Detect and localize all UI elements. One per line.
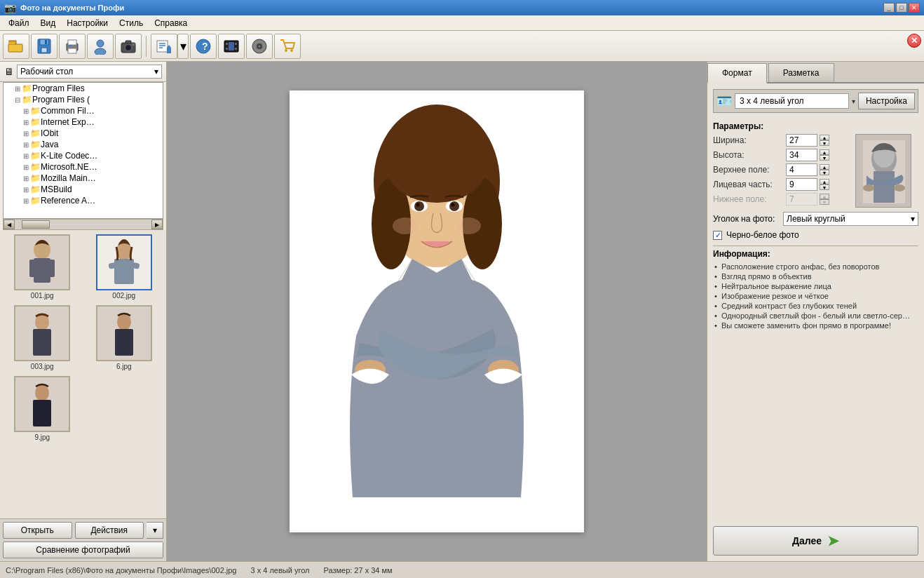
thumbnail-label: 6.jpg: [116, 363, 132, 370]
folder-icon: 📁: [30, 184, 41, 194]
next-label: Далее: [792, 535, 822, 546]
thumbnail-image[interactable]: [14, 376, 70, 432]
tree-item[interactable]: ⊞ 📁 Common Fil…: [4, 105, 163, 116]
menu-settings[interactable]: Настройки: [61, 17, 114, 29]
thumbnail-item[interactable]: 6.jpg: [85, 304, 164, 372]
info-list: Расположение строго анфас, без поворотов…: [713, 262, 918, 330]
thumbnail-item[interactable]: 003.jpg: [3, 304, 82, 372]
svg-rect-1: [8, 44, 22, 52]
open-button[interactable]: Открыть: [3, 522, 72, 539]
tree-item[interactable]: ⊞ 📁 Reference A…: [4, 195, 163, 206]
toolbar-save-button[interactable]: [31, 34, 57, 59]
scroll-thumb[interactable]: [22, 220, 50, 229]
thumbnail-item[interactable]: 001.jpg: [3, 233, 82, 301]
minimize-button[interactable]: _: [883, 3, 895, 13]
folder-icon: 📁: [30, 162, 41, 172]
toolbar-open-button[interactable]: [3, 34, 29, 59]
toolbar-help-button[interactable]: ?: [190, 34, 217, 59]
tree-item[interactable]: ⊟ 📁 Program Files (: [4, 94, 163, 105]
tree-item[interactable]: ⊞ 📁 Java: [4, 139, 163, 150]
status-size: Размер: 27 x 34 мм: [323, 566, 392, 574]
svg-point-57: [118, 314, 130, 328]
width-up-button[interactable]: ▲: [820, 135, 829, 140]
thumbnail-image[interactable]: [96, 305, 152, 361]
info-item: Расположение строго анфас, без поворотов: [713, 262, 918, 271]
thumbnail-image[interactable]: [14, 305, 70, 361]
format-settings-button[interactable]: Настройка: [858, 93, 915, 109]
svg-rect-17: [132, 43, 135, 46]
toolbar-settings-dropdown[interactable]: ▾: [177, 34, 189, 59]
face-up-button[interactable]: ▲: [820, 179, 829, 184]
toolbar-person-button[interactable]: [87, 34, 114, 59]
tree-item[interactable]: ⊞ 📁 K-Lite Codec…: [4, 150, 163, 161]
actions-dropdown-button[interactable]: ▾: [147, 522, 163, 539]
thumbnail-item[interactable]: 9.jpg: [3, 375, 82, 443]
corner-dropdown-arrow: ▾: [911, 214, 915, 224]
tab-format[interactable]: Формат: [707, 63, 767, 83]
bw-checkbox[interactable]: [713, 231, 722, 240]
param-face-input[interactable]: [786, 178, 817, 191]
title-bar: 📷 Фото на документы Профи _ □ ✕: [0, 0, 924, 15]
width-down-button[interactable]: ▼: [820, 140, 829, 146]
top-margin-up-button[interactable]: ▲: [820, 164, 829, 170]
toolbar-disk-button[interactable]: [246, 34, 273, 59]
tree-item[interactable]: ⊞ 📁 Internet Exp…: [4, 116, 163, 128]
svg-point-34: [259, 45, 261, 47]
compare-button[interactable]: Сравнение фотографий: [3, 542, 163, 558]
svg-rect-4: [40, 39, 48, 45]
tree-item[interactable]: ⊞ 📁 IObit: [4, 128, 163, 139]
svg-point-78: [456, 217, 481, 234]
param-height-row: Высота: ▲ ▼: [713, 149, 850, 161]
height-down-button[interactable]: ▼: [820, 155, 829, 161]
info-item: Средний контраст без глубоких теней: [713, 301, 918, 311]
thumbnail-image[interactable]: [14, 234, 70, 290]
maximize-button[interactable]: □: [896, 3, 907, 13]
info-item: Однородный светлый фон - белый или светл…: [713, 311, 918, 321]
width-spinner: ▲ ▼: [820, 135, 829, 146]
expand-icon: ⊞: [23, 163, 29, 171]
toolbar-print-button[interactable]: [59, 34, 86, 59]
param-height-input[interactable]: [786, 149, 817, 161]
param-width-input[interactable]: [786, 134, 817, 147]
expand-icon: ⊞: [23, 152, 29, 160]
tab-layout[interactable]: Разметка: [768, 63, 834, 82]
toolbar-camera-button[interactable]: [115, 34, 142, 59]
tree-item[interactable]: ⊞ 📁 MSBuild: [4, 184, 163, 195]
close-panel-button[interactable]: ✕: [907, 34, 921, 48]
left-panel: 🖥 Рабочий стол ▾ ⊞ 📁 Program Files ⊟ 📁 P…: [0, 62, 167, 561]
top-margin-down-button[interactable]: ▼: [820, 170, 829, 175]
corner-dropdown[interactable]: Левый круглый ▾: [783, 212, 918, 226]
thumbnail-item-selected[interactable]: 002.jpg: [85, 233, 164, 301]
toolbar-film-button[interactable]: [218, 34, 245, 59]
expand-icon: ⊞: [23, 107, 29, 115]
scroll-left-button[interactable]: ◀: [4, 220, 15, 229]
horizontal-scrollbar[interactable]: ◀ ▶: [3, 219, 163, 230]
toolbar-settings-button[interactable]: [151, 34, 177, 59]
param-top-margin-input[interactable]: [786, 163, 817, 176]
next-button[interactable]: Далее ➤: [713, 526, 918, 556]
close-button[interactable]: ✕: [909, 3, 920, 13]
folder-dropdown[interactable]: Рабочий стол ▾: [17, 65, 162, 79]
tree-item[interactable]: ⊞ 📁 Program Files: [4, 83, 163, 94]
svg-rect-31: [229, 42, 234, 51]
svg-rect-9: [68, 48, 76, 53]
svg-rect-27: [226, 43, 228, 45]
tree-item[interactable]: ⊞ 📁 Microsoft.NE…: [4, 161, 163, 173]
menu-help[interactable]: Справка: [149, 17, 193, 29]
thumbnail-image-selected[interactable]: [96, 234, 152, 290]
menu-style[interactable]: Стиль: [114, 17, 149, 29]
format-dropdown[interactable]: 3 x 4 левый угол: [735, 93, 849, 109]
toolbar-cart-button[interactable]: [274, 34, 301, 59]
scroll-right-button[interactable]: ▶: [151, 220, 163, 229]
tree-item[interactable]: ⊞ 📁 Mozilla Main…: [4, 173, 163, 184]
file-tree[interactable]: ⊞ 📁 Program Files ⊟ 📁 Program Files ( ⊞ …: [3, 82, 163, 219]
face-spinner: ▲ ▼: [820, 179, 829, 190]
param-bottom-margin-input: [786, 193, 817, 206]
height-up-button[interactable]: ▲: [820, 149, 829, 155]
actions-button[interactable]: Действия: [75, 522, 144, 539]
face-down-button[interactable]: ▼: [820, 184, 829, 190]
menu-file[interactable]: Файл: [3, 17, 35, 29]
menu-view[interactable]: Вид: [35, 17, 62, 29]
svg-point-11: [97, 40, 104, 47]
format-dropdown-arrow[interactable]: ▾: [852, 98, 855, 105]
